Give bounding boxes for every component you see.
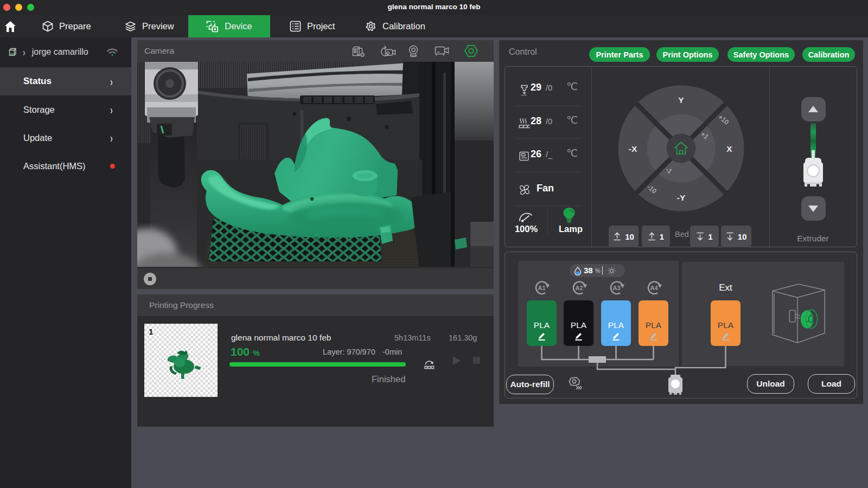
svg-text:-X: -X <box>629 144 637 153</box>
svg-text:A1: A1 <box>538 285 546 291</box>
svg-text:-Y: -Y <box>677 193 686 202</box>
svg-text:A3: A3 <box>613 285 621 291</box>
svg-text:Y: Y <box>678 95 684 105</box>
svg-text:A2: A2 <box>576 285 583 291</box>
svg-text:A4: A4 <box>650 285 659 291</box>
svg-text:1: 1 <box>149 327 153 336</box>
svg-text:X: X <box>726 144 732 153</box>
